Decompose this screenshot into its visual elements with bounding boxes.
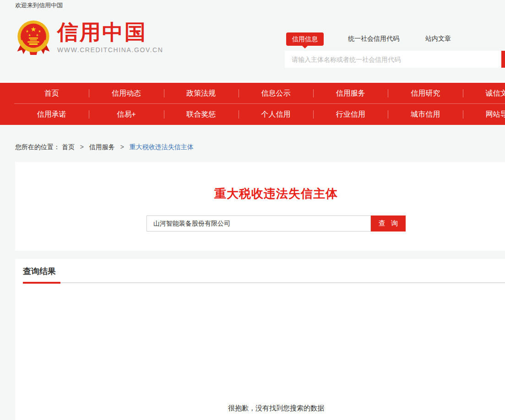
nav-row-1: 首页 信用动态 政策法规 信息公示 信用服务 信用研究 诚信文化 bbox=[14, 83, 505, 104]
nav-item-joint-rewards-punishments[interactable]: 联合奖惩 bbox=[164, 104, 239, 125]
national-emblem-icon bbox=[16, 17, 51, 58]
query-search-bar: 查 询 bbox=[15, 215, 505, 232]
results-heading-underline bbox=[23, 282, 60, 284]
breadcrumb-credit-services[interactable]: 信用服务 bbox=[89, 143, 115, 151]
breadcrumb: 您所在的位置： 首页 > 信用服务 > 重大税收违法失信主体 bbox=[15, 143, 505, 151]
results-panel: 查询结果 很抱歉，没有找到您搜索的数据 bbox=[15, 259, 505, 420]
results-header: 查询结果 bbox=[23, 266, 505, 283]
nav-item-credit-news[interactable]: 信用动态 bbox=[89, 83, 163, 103]
page-title: 重大税收违法失信主体 bbox=[15, 162, 505, 202]
nav-item-credit-research[interactable]: 信用研究 bbox=[388, 83, 462, 103]
site-logo[interactable]: 信用中国 WWW.CREDITCHINA.GOV.CN bbox=[16, 17, 163, 58]
nav-item-credit-commitment[interactable]: 信用承诺 bbox=[14, 104, 89, 125]
main-navigation: 首页 信用动态 政策法规 信息公示 信用服务 信用研究 诚信文化 信用承诺 信易… bbox=[0, 83, 505, 125]
nav-item-credit-services[interactable]: 信用服务 bbox=[313, 83, 388, 103]
site-identity: 信用中国 WWW.CREDITCHINA.GOV.CN bbox=[57, 17, 163, 54]
header-search-button[interactable] bbox=[501, 51, 505, 68]
nav-item-industry-credit[interactable]: 行业信用 bbox=[313, 104, 388, 125]
nav-item-city-credit[interactable]: 城市信用 bbox=[388, 104, 462, 125]
nav-item-personal-credit[interactable]: 个人信用 bbox=[239, 104, 313, 125]
nav-item-policies[interactable]: 政策法规 bbox=[164, 83, 239, 103]
nav-item-info-disclosure[interactable]: 信息公示 bbox=[239, 83, 313, 103]
header-search-area: 信用信息 统一社会信用代码 站内文章 bbox=[285, 31, 505, 68]
tab-credit-info[interactable]: 信用信息 bbox=[286, 32, 324, 46]
breadcrumb-separator: > bbox=[120, 143, 124, 151]
tab-unified-social-credit-code[interactable]: 统一社会信用代码 bbox=[348, 35, 399, 43]
search-type-tabs: 信用信息 统一社会信用代码 站内文章 bbox=[285, 31, 505, 47]
nav-item-site-map[interactable]: 网站导航 bbox=[463, 104, 505, 125]
header-search-bar bbox=[285, 51, 505, 68]
query-submit-button[interactable]: 查 询 bbox=[371, 215, 406, 232]
breadcrumb-prefix: 您所在的位置： bbox=[15, 143, 60, 151]
query-input[interactable] bbox=[147, 215, 371, 232]
site-header: 信用中国 WWW.CREDITCHINA.GOV.CN 信用信息 统一社会信用代… bbox=[0, 11, 505, 81]
breadcrumb-home[interactable]: 首页 bbox=[62, 143, 75, 151]
welcome-bar: 欢迎来到信用中国 bbox=[0, 0, 505, 11]
site-name: 信用中国 bbox=[57, 21, 163, 43]
nav-row-2: 信用承诺 信易+ 联合奖惩 个人信用 行业信用 城市信用 网站导航 bbox=[14, 104, 505, 125]
welcome-text: 欢迎来到信用中国 bbox=[15, 2, 63, 9]
nav-item-integrity-culture[interactable]: 诚信文化 bbox=[463, 83, 505, 103]
query-panel: 重大税收违法失信主体 查 询 bbox=[15, 162, 505, 251]
empty-result-message: 很抱歉，没有找到您搜索的数据 bbox=[15, 404, 505, 413]
results-heading: 查询结果 bbox=[23, 267, 56, 276]
breadcrumb-current-page[interactable]: 重大税收违法失信主体 bbox=[130, 143, 194, 151]
nav-item-xinyi-plus[interactable]: 信易+ bbox=[89, 104, 163, 125]
header-search-input[interactable] bbox=[285, 51, 501, 68]
breadcrumb-separator: > bbox=[80, 143, 84, 151]
tab-site-articles[interactable]: 站内文章 bbox=[425, 35, 451, 43]
nav-item-home[interactable]: 首页 bbox=[14, 83, 89, 103]
site-url: WWW.CREDITCHINA.GOV.CN bbox=[57, 46, 163, 54]
